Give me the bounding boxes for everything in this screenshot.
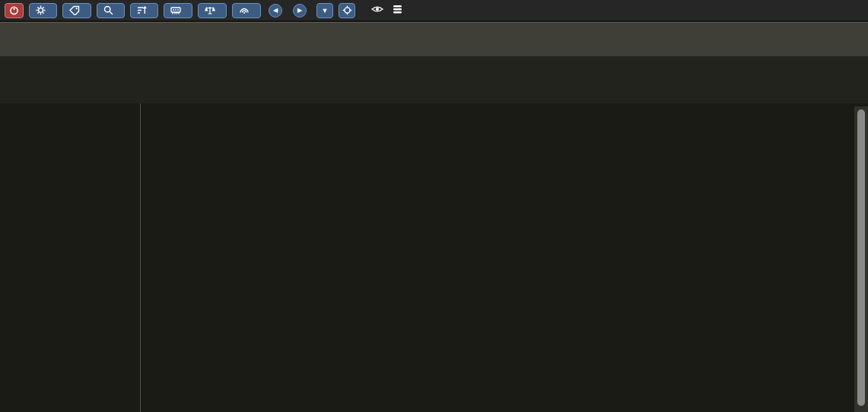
gear-icon [36,5,46,15]
vertical-scrollbar[interactable] [854,106,868,412]
tags-icon [69,5,80,15]
signal-icon [239,5,250,15]
crosshair-icon [342,5,352,15]
statistics-button[interactable] [130,3,158,18]
ram-icon [170,5,181,15]
power-icon [9,5,19,15]
info-button[interactable] [232,3,261,18]
eye-icon [371,5,383,16]
caret-down-icon: ▼ [322,7,329,14]
next-frame-button[interactable]: ▶ [293,4,307,17]
goto-frame-button[interactable] [339,3,355,18]
compare-button[interactable] [198,3,227,18]
options-button[interactable] [29,3,57,18]
frame-overview[interactable] [0,22,868,56]
scrollbar-thumb[interactable] [857,109,865,406]
prev-frame-button[interactable]: ◀ [269,4,282,17]
collapse-button[interactable]: ▼ [316,3,333,18]
toolbar: ◀ ▶ ▼ [0,0,868,21]
caret-right-icon: ▶ [297,7,302,14]
time-axis[interactable] [0,56,868,103]
database-icon [393,5,402,17]
find-zone-button[interactable] [97,3,125,18]
messages-button[interactable] [62,3,91,18]
view-span-stat [371,5,387,16]
profiler-window: ◀ ▶ ▼ [0,0,868,412]
scales-icon [205,5,215,15]
search-icon [103,5,113,15]
power-button[interactable] [5,3,24,18]
memory-button[interactable] [164,3,192,18]
memory-graph[interactable] [0,327,868,412]
sort-icon [137,5,147,15]
total-span-stat [393,5,406,17]
caret-left-icon: ◀ [273,7,278,14]
